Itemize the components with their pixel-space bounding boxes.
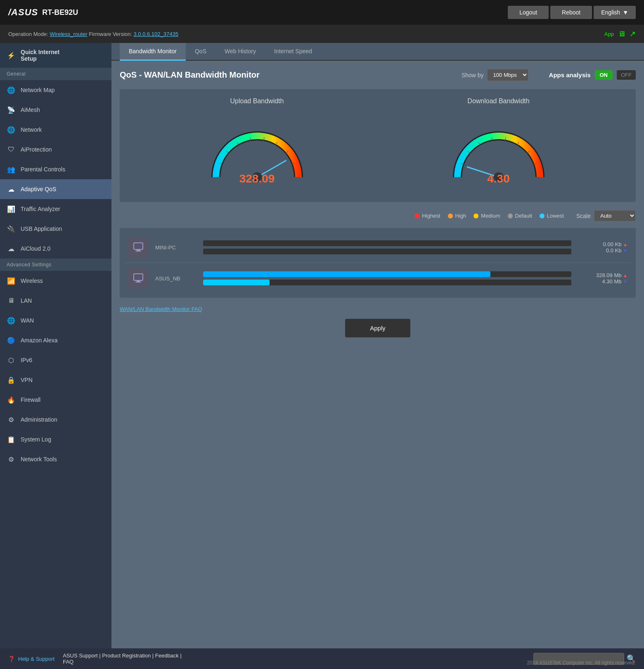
sidebar-label-adaptive-qos: Adaptive QoS — [21, 186, 56, 192]
download-gauge-svg-wrap: 4.30 — [449, 111, 548, 194]
legend-medium: Medium — [474, 213, 500, 219]
reboot-button[interactable]: Reboot — [550, 6, 592, 19]
scale-select[interactable]: Auto 1 Mbps 10 Mbps 100 Mbps 1 Gbps — [594, 210, 636, 221]
sidebar-item-aicloud[interactable]: ☁ AiCloud 2.0 — [0, 239, 111, 259]
lan-icon: 🖥 — [7, 296, 16, 305]
sidebar: ⚡ Quick InternetSetup General 🌐 Network … — [0, 43, 111, 648]
monitor-icon[interactable]: 🖥 — [618, 30, 625, 38]
download-bar-fill-asus-nb — [203, 280, 270, 285]
sidebar-label-parental-controls: Parental Controls — [21, 166, 65, 173]
sidebar-item-parental-controls[interactable]: 👥 Parental Controls — [0, 159, 111, 179]
amazon-alexa-icon: 🔵 — [7, 336, 16, 345]
legend-highest: Highest — [414, 213, 440, 219]
sidebar-label-aicloud: AiCloud 2.0 — [21, 245, 50, 252]
download-bar-track-mini-pc — [203, 249, 571, 254]
traffic-analyzer-icon: 📊 — [7, 204, 16, 214]
sidebar-item-aimesh[interactable]: 📡 AiMesh — [0, 100, 111, 120]
device-name-asus-nb: ASUS_NB — [155, 275, 197, 282]
top-bar: /ASUS RT-BE92U Logout Reboot English ▼ — [0, 0, 644, 25]
sidebar-item-network-tools[interactable]: ⚙ Network Tools — [0, 449, 111, 469]
firmware-version-link[interactable]: 3.0.0.6.102_37435 — [134, 31, 178, 37]
tab-web-history[interactable]: Web History — [215, 43, 265, 61]
system-log-icon: 📋 — [7, 435, 16, 444]
sidebar-label-lan: LAN — [21, 297, 32, 304]
sidebar-item-network-map[interactable]: 🌐 Network Map — [0, 80, 111, 100]
footer-links: ASUS Support | Product Registration | Fe… — [63, 652, 182, 665]
download-speed-asus-nb: 4.30 Mb ▼ — [578, 278, 627, 285]
download-arrow-asus-nb: ▼ — [623, 279, 627, 284]
sidebar-item-system-log[interactable]: 📋 System Log — [0, 429, 111, 449]
logo-area: /ASUS RT-BE92U — [8, 7, 504, 18]
gauges-row: Upload Bandwidth — [120, 89, 636, 202]
asus-logo: /ASUS — [8, 7, 38, 18]
product-registration-link[interactable]: Product Registration — [102, 652, 151, 659]
sidebar-label-network-tools: Network Tools — [21, 456, 57, 463]
download-title: Download Bandwidth — [449, 97, 548, 105]
operation-mode-text: Operation Mode: Wireless_router Firmware… — [8, 31, 178, 37]
apps-analysis-label: Apps analysis — [549, 71, 591, 78]
bottom-section: WAN/LAN Bandwidth Monitor FAQ Apply — [120, 306, 636, 337]
sidebar-item-aiprotection[interactable]: 🛡 AiProtection — [0, 140, 111, 159]
device-name-mini-pc: MINI-PC — [155, 244, 197, 251]
feedback-link[interactable]: Feedback — [155, 652, 179, 659]
asus-support-link[interactable]: ASUS Support — [63, 652, 98, 659]
tab-internet-speed[interactable]: Internet Speed — [265, 43, 321, 61]
sidebar-item-wan[interactable]: 🌐 WAN — [0, 311, 111, 330]
devices-section: MINI-PC 0.00 Kb ▲ — [120, 228, 636, 298]
operation-mode-link[interactable]: Wireless_router — [50, 31, 87, 37]
legend-dot-high — [448, 214, 453, 218]
language-button[interactable]: English ▼ — [594, 6, 636, 19]
share-icon[interactable]: ↗ — [630, 29, 636, 38]
quick-setup-label: Quick InternetSetup — [21, 49, 59, 62]
general-section-header: General — [0, 68, 111, 80]
apps-analysis-toggle-off[interactable]: OFF — [617, 70, 636, 80]
sidebar-item-vpn[interactable]: 🔒 VPN — [0, 370, 111, 390]
svg-rect-30 — [135, 251, 141, 251]
logout-button[interactable]: Logout — [508, 6, 549, 19]
sidebar-label-usb-application: USB Application — [21, 225, 62, 232]
scale-area: Scale Auto 1 Mbps 10 Mbps 100 Mbps 1 Gbp… — [576, 210, 636, 221]
sidebar-label-amazon-alexa: Amazon Alexa — [21, 337, 58, 344]
page-title-row: QoS - WAN/LAN Bandwidth Monitor Show by … — [120, 69, 636, 81]
sidebar-item-traffic-analyzer[interactable]: 📊 Traffic Analyzer — [0, 199, 111, 219]
sidebar-item-administration[interactable]: ⚙ Administration — [0, 410, 111, 429]
sidebar-item-wireless[interactable]: 📶 Wireless — [0, 271, 111, 291]
help-icon: ❓ — [8, 656, 15, 662]
svg-rect-28 — [134, 243, 143, 249]
apps-analysis-toggle-on[interactable]: ON — [595, 70, 613, 80]
scale-legend-row: Highest High Medium Default — [120, 210, 636, 221]
advanced-section-header: Advanced Settings — [0, 259, 111, 271]
download-arrow-mini-pc: ▼ — [623, 248, 627, 253]
sidebar-item-quick-setup[interactable]: ⚡ Quick InternetSetup — [0, 43, 111, 68]
sidebar-item-amazon-alexa[interactable]: 🔵 Amazon Alexa — [0, 330, 111, 350]
sidebar-label-wireless: Wireless — [21, 278, 43, 284]
bars-col-asus-nb — [203, 271, 571, 285]
upload-title: Upload Bandwidth — [208, 97, 307, 105]
sidebar-item-ipv6[interactable]: ⬡ IPv6 — [0, 350, 111, 370]
firewall-icon: 🔥 — [7, 395, 16, 404]
apply-button[interactable]: Apply — [345, 319, 410, 337]
upload-bar-track-asus-nb — [203, 271, 571, 277]
upload-arrow-asus-nb: ▲ — [623, 273, 627, 278]
tab-qos[interactable]: QoS — [186, 43, 215, 61]
help-support-label: Help & Support — [18, 656, 54, 662]
tab-bandwidth-monitor[interactable]: Bandwidth Monitor — [120, 43, 186, 61]
sidebar-item-lan[interactable]: 🖥 LAN — [0, 291, 111, 311]
upload-bar-fill-asus-nb — [203, 271, 490, 277]
aicloud-icon: ☁ — [7, 244, 16, 253]
sidebar-item-usb-application[interactable]: 🔌 USB Application — [0, 219, 111, 239]
faq-link[interactable]: WAN/LAN Bandwidth Monitor FAQ — [120, 306, 636, 312]
top-buttons: Logout Reboot English ▼ — [508, 6, 636, 19]
aimesh-icon: 📡 — [7, 105, 16, 114]
show-by-select[interactable]: 100 Mbps 10 Mbps 1 Gbps — [487, 69, 528, 81]
sidebar-label-wan: WAN — [21, 317, 34, 324]
upload-speed-asus-nb: 328.09 Mb ▲ — [578, 272, 627, 278]
sidebar-item-adaptive-qos[interactable]: ☁ Adaptive QoS — [0, 179, 111, 199]
svg-rect-31 — [134, 274, 143, 280]
upload-bar-track-mini-pc — [203, 240, 571, 246]
legend-lowest: Lowest — [540, 213, 564, 219]
faq-footer-link[interactable]: FAQ — [63, 659, 73, 665]
sidebar-item-firewall[interactable]: 🔥 Firewall — [0, 390, 111, 410]
sidebar-item-network[interactable]: 🌐 Network — [0, 120, 111, 140]
show-by-label: Show by — [462, 72, 484, 78]
